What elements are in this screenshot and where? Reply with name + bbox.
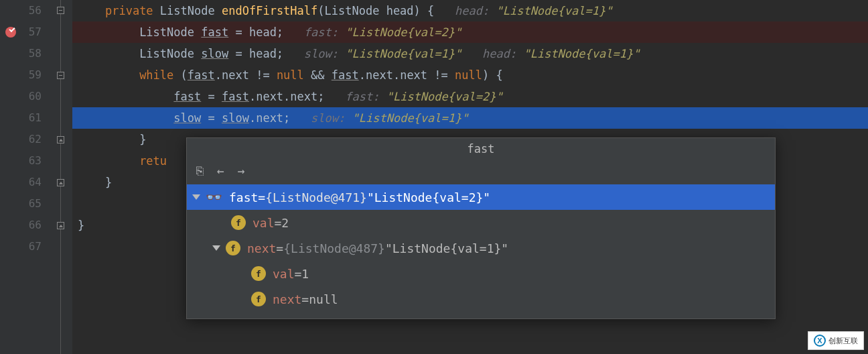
field-badge-icon: f: [226, 241, 240, 255]
variable-tree: 👓 fast = {ListNode@471} "ListNode{val=2}…: [187, 184, 775, 318]
fold-toggle-icon[interactable]: [57, 7, 64, 14]
inline-hint: slow:: [304, 47, 338, 60]
back-arrow-icon[interactable]: ←: [217, 164, 224, 178]
watermark: X 创新互联: [808, 331, 864, 350]
disclosure-triangle-icon[interactable]: [212, 245, 220, 251]
fold-toggle-icon[interactable]: [57, 179, 64, 186]
inline-hint: slow:: [311, 111, 345, 125]
code-line-execution[interactable]: slow = slow.next; slow: "ListNode{val=1}…: [72, 107, 868, 129]
line-number[interactable]: 57: [0, 21, 42, 43]
inline-hint-value: "ListNode{val=2}": [345, 25, 461, 39]
line-number[interactable]: 67: [0, 236, 42, 257]
fold-gutter: [54, 0, 72, 354]
tree-row[interactable]: f next = null: [187, 286, 775, 312]
glasses-icon: 👓: [206, 189, 222, 205]
line-number[interactable]: 60: [0, 86, 42, 107]
code-line[interactable]: fast = fast.next.next; fast: "ListNode{v…: [72, 86, 868, 107]
tree-row-root[interactable]: 👓 fast = {ListNode@471} "ListNode{val=2}…: [187, 184, 775, 210]
code-line[interactable]: while (fast.next != null && fast.next.ne…: [72, 64, 868, 86]
line-number[interactable]: 56: [0, 0, 42, 21]
fold-toggle-icon[interactable]: [57, 136, 64, 143]
forward-arrow-icon[interactable]: →: [238, 164, 245, 178]
watermark-logo-icon: X: [814, 335, 826, 347]
line-number[interactable]: 65: [0, 193, 42, 215]
code-line[interactable]: ListNode slow = head; slow: "ListNode{va…: [72, 43, 868, 64]
inline-hint-value: "ListNode{val=2}": [386, 90, 503, 103]
camera-icon[interactable]: ⎘: [196, 164, 204, 178]
tree-row[interactable]: f val = 2: [187, 210, 775, 235]
fold-toggle-icon[interactable]: [57, 72, 64, 79]
inline-hint: head:: [455, 4, 489, 17]
popup-toolbar: ⎘ ← →: [187, 160, 775, 184]
line-number[interactable]: 61: [0, 107, 42, 129]
disclosure-triangle-icon[interactable]: [192, 194, 200, 200]
line-number[interactable]: 63: [0, 150, 42, 172]
field-badge-icon: f: [231, 215, 246, 230]
tree-row[interactable]: f next = {ListNode@487} "ListNode{val=1}…: [187, 235, 775, 261]
inline-hint: fast:: [304, 25, 338, 39]
line-number-gutter: 56 57 58 59 60 61 62 63 64 65 66 67: [0, 0, 54, 354]
inline-hint-value: "ListNode{val=1}": [496, 4, 612, 17]
debug-value-popup: fast ⎘ ← → 👓 fast = {ListNode@471} "List…: [186, 137, 776, 319]
fold-toggle-icon[interactable]: [57, 222, 64, 229]
field-badge-icon: f: [251, 266, 266, 281]
inline-hint: fast:: [345, 90, 379, 103]
field-badge-icon: f: [251, 292, 266, 306]
line-number[interactable]: 58: [0, 43, 42, 64]
inline-hint: head:: [482, 47, 516, 60]
inline-hint-value: "ListNode{val=1}": [352, 111, 469, 125]
code-line[interactable]: private ListNode endOfFirstHalf(ListNode…: [72, 0, 868, 21]
watermark-text: 创新互联: [828, 336, 858, 346]
line-number[interactable]: 66: [0, 215, 42, 236]
tree-row[interactable]: f val = 1: [187, 261, 775, 286]
line-number[interactable]: 64: [0, 172, 42, 193]
popup-title: fast: [187, 138, 775, 160]
line-number[interactable]: 59: [0, 64, 42, 86]
breakpoint-icon[interactable]: [5, 27, 16, 38]
inline-hint-value: "ListNode{val=1}": [345, 47, 461, 60]
code-line-breakpoint[interactable]: ListNode fast = head; fast: "ListNode{va…: [72, 21, 868, 43]
inline-hint-value: "ListNode{val=1}": [523, 47, 640, 60]
line-number[interactable]: 62: [0, 129, 42, 150]
